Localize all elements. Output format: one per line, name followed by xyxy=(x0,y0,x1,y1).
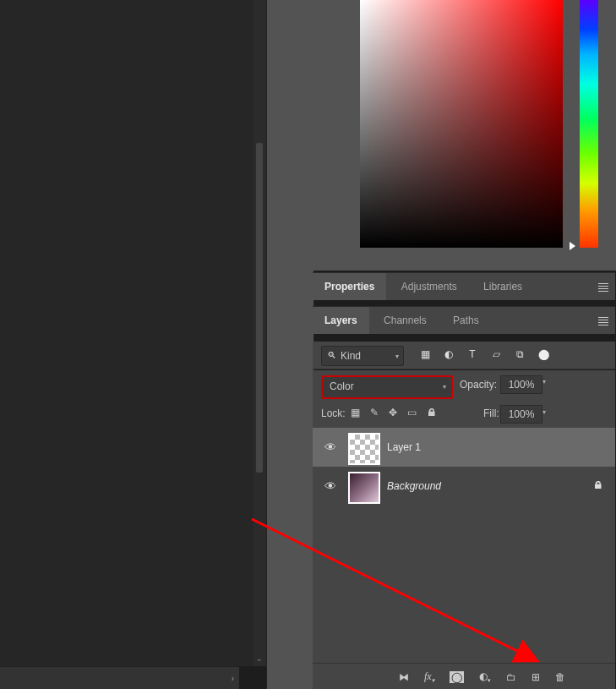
filter-image-icon[interactable]: ▦ xyxy=(419,348,431,360)
tab-channels[interactable]: Channels xyxy=(372,307,439,334)
layer-name[interactable]: Background xyxy=(387,480,441,492)
lock-label: Lock: xyxy=(321,407,346,419)
fill-adjustment-icon[interactable]: ◐▾ xyxy=(479,670,491,684)
hue-slider-handle[interactable] xyxy=(570,242,575,250)
panel-tabs-upper: Properties Adjustments Libraries xyxy=(313,272,615,300)
layer-row[interactable]: 👁 Background 🔒︎ xyxy=(313,467,615,506)
lock-move-icon[interactable]: ✥ xyxy=(389,407,397,418)
search-icon: 🔍︎ xyxy=(327,350,336,360)
canvas-area[interactable] xyxy=(0,0,253,666)
filter-shape-icon[interactable]: ▱ xyxy=(490,348,502,360)
link-layers-icon[interactable]: ⧓ xyxy=(399,671,409,683)
tab-paths[interactable]: Paths xyxy=(441,307,491,334)
add-mask-icon[interactable]: ◯ xyxy=(450,671,464,683)
chevron-down-icon[interactable]: ▾ xyxy=(542,408,546,416)
panel-dock-grip[interactable] xyxy=(266,0,314,689)
filter-smart-object-icon[interactable]: ⧉ xyxy=(514,348,526,360)
tab-layers[interactable]: Layers xyxy=(313,307,369,334)
tab-adjustments[interactable]: Adjustments xyxy=(390,273,469,300)
delete-layer-icon[interactable]: 🗑 xyxy=(555,671,565,683)
visibility-toggle-icon[interactable]: 👁 xyxy=(324,479,336,493)
hue-slider[interactable] xyxy=(580,0,598,248)
opacity-input[interactable]: 100% xyxy=(500,375,542,394)
layers-empty-area xyxy=(313,506,615,663)
filter-kind-label: Kind xyxy=(341,350,361,362)
blend-mode-value: Color xyxy=(330,380,354,392)
tab-libraries[interactable]: Libraries xyxy=(472,273,534,300)
lock-icon[interactable]: 🔒︎ xyxy=(593,479,603,491)
panel-menu-icon[interactable] xyxy=(598,282,608,293)
chevron-right-icon[interactable]: › xyxy=(232,674,234,683)
panel-tabs-lower: Layers Channels Paths xyxy=(313,306,615,334)
chevron-down-icon: ▾ xyxy=(395,353,399,360)
layer-thumbnail[interactable] xyxy=(348,433,380,465)
layer-thumbnail[interactable] xyxy=(348,472,380,504)
blend-mode-row: Color ▾ Opacity: 100% ▾ xyxy=(313,370,615,401)
panel-menu-icon[interactable] xyxy=(598,315,608,327)
new-layer-icon[interactable]: ⊞ xyxy=(532,671,540,683)
visibility-toggle-icon[interactable]: 👁 xyxy=(324,440,336,454)
filter-type-icon[interactable]: T xyxy=(466,348,478,360)
chevron-down-icon: ▾ xyxy=(443,383,446,391)
lock-row: Lock: ▦ ✎ ✥ ▭ 🔒︎ Fill: 100% ▾ xyxy=(313,401,615,429)
blend-mode-select[interactable]: Color ▾ xyxy=(321,375,453,399)
lock-all-icon[interactable]: 🔒︎ xyxy=(427,407,437,418)
color-field[interactable] xyxy=(360,0,563,248)
new-group-icon[interactable]: 🗀 xyxy=(506,671,516,683)
layer-name[interactable]: Layer 1 xyxy=(387,441,421,453)
filter-adjustment-icon[interactable]: ◐ xyxy=(443,348,455,360)
layer-filter-row: 🔍︎ Kind ▾ ▦ ◐ T ▱ ⧉ ⬤ xyxy=(313,342,615,369)
fill-input[interactable]: 100% xyxy=(500,405,542,424)
lock-transparency-icon[interactable]: ▦ xyxy=(351,407,360,418)
lock-brush-icon[interactable]: ✎ xyxy=(370,407,379,418)
layer-row[interactable]: 👁 Layer 1 xyxy=(313,428,615,468)
tab-properties[interactable]: Properties xyxy=(313,273,386,300)
scroll-caret: ⌄ xyxy=(256,654,263,663)
status-bar: › xyxy=(0,666,239,689)
layers-footer: ⧓ fx▾ ◯ ◐▾ 🗀 ⊞ 🗑 xyxy=(313,663,615,689)
filter-toggle-icon[interactable]: ⬤ xyxy=(537,348,549,360)
layer-effects-icon[interactable]: fx▾ xyxy=(424,670,434,684)
filter-kind-select[interactable]: 🔍︎ Kind ▾ xyxy=(321,346,404,366)
lock-artboard-icon[interactable]: ▭ xyxy=(407,407,417,418)
scrollbar-thumb[interactable] xyxy=(256,143,263,473)
opacity-label: Opacity: xyxy=(460,379,497,391)
fill-label: Fill: xyxy=(483,407,499,419)
chevron-down-icon[interactable]: ▾ xyxy=(542,378,546,386)
